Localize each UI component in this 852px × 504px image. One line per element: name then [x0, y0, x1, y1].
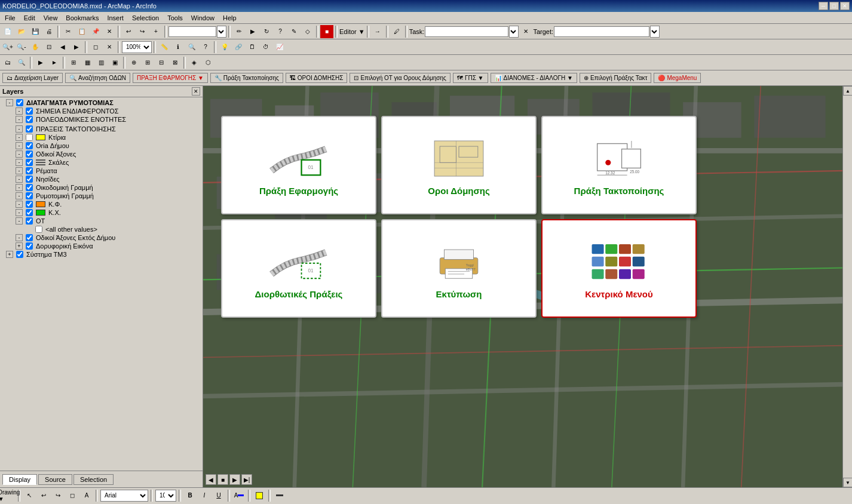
gis-megamenu[interactable]: 🔴 MegaMenu	[654, 73, 701, 83]
edit-pen[interactable]: 🖊	[390, 25, 403, 38]
layer-expand-icon[interactable]: -	[16, 116, 23, 123]
layer-expand-icon[interactable]: -	[16, 134, 23, 141]
layer-expand-icon[interactable]: -	[16, 217, 23, 225]
layer-checkbox[interactable]	[26, 125, 33, 133]
zoom-out[interactable]: 🔍-	[15, 41, 28, 54]
scroll-up[interactable]: ▲	[843, 86, 852, 96]
layer-expand-icon[interactable]: -	[16, 142, 23, 149]
layer-item[interactable]: <all other values>	[1, 225, 201, 233]
graph[interactable]: 📈	[273, 41, 286, 54]
stop-edit[interactable]: ■	[320, 25, 333, 38]
drawing-select[interactable]: ◻	[66, 489, 79, 502]
gis-praxis-takt[interactable]: 🔧 Πράξη Τακτοποίησης	[210, 73, 283, 83]
menu-insert[interactable]: Insert	[103, 13, 127, 23]
close-button[interactable]: ✕	[840, 2, 850, 10]
hyperlink[interactable]: 🔗	[232, 41, 245, 54]
layer-checkbox[interactable]	[26, 184, 33, 191]
layer-expand-icon[interactable]: -	[16, 176, 23, 183]
pan[interactable]: ✋	[29, 41, 42, 54]
scale-input[interactable]: 1:3.677	[168, 26, 216, 37]
font-size[interactable]: 10	[155, 490, 176, 502]
scroll-down[interactable]: ▼	[843, 478, 852, 487]
copy-button[interactable]: 📋	[75, 25, 88, 38]
menu-window[interactable]: Window	[188, 13, 218, 23]
layout2-icon[interactable]: ▦	[81, 56, 94, 69]
task-dropdown[interactable]	[509, 26, 519, 38]
layer-item[interactable]: -Νησίδες	[1, 175, 201, 183]
layer-expand-icon[interactable]: +	[6, 251, 13, 258]
gis-road-search[interactable]: 🔍 Αναζήτηση ΟΔΩΝ	[65, 73, 130, 83]
prev-extent[interactable]: ◀	[56, 41, 69, 54]
undo-button[interactable]: ↩	[122, 25, 135, 38]
paste-button[interactable]: 📌	[89, 25, 102, 38]
layer-mgr-icon[interactable]: 🗂	[1, 56, 14, 69]
layout-icon[interactable]: ⊞	[67, 56, 80, 69]
layer-checkbox[interactable]	[26, 167, 33, 174]
snap3-icon[interactable]: ⊟	[155, 56, 168, 69]
layer-checkbox[interactable]	[26, 159, 33, 166]
drawing-dropdown-btn[interactable]: Drawing ▼	[2, 489, 16, 502]
font-family[interactable]: Arial	[100, 490, 148, 502]
layer-checkbox[interactable]	[35, 226, 42, 233]
vertex-tool[interactable]: ◇	[301, 25, 314, 38]
html-popup[interactable]: 🗒	[246, 41, 259, 54]
layer-item[interactable]: -Οδικοί Άξονες Εκτός Δήμου	[1, 233, 201, 242]
layout4-icon[interactable]: ▣	[108, 56, 121, 69]
map-area[interactable]: 01 Πράξη Εφαρμογής	[203, 86, 852, 487]
layer-checkbox[interactable]	[26, 209, 33, 216]
layer-expand-icon[interactable]: -	[6, 99, 13, 106]
snap2-icon[interactable]: ⊞	[141, 56, 154, 69]
layer-item[interactable]: -Οδικοί Άξονες	[1, 150, 201, 158]
join-icon[interactable]: ◈	[188, 56, 201, 69]
time-slider[interactable]: ⏱	[259, 41, 272, 54]
zoom-percent[interactable]: 100%	[122, 41, 152, 53]
measure[interactable]: 📏	[158, 41, 171, 54]
full-extent[interactable]: ⊡	[42, 41, 56, 54]
layer-checkbox[interactable]	[26, 201, 33, 208]
snap-icon[interactable]: ⊕	[127, 56, 140, 69]
print-button[interactable]: 🖨	[42, 25, 56, 38]
map-scrollbar[interactable]: ▲ ▼	[842, 86, 852, 487]
select-features[interactable]: ◻	[89, 41, 102, 54]
menu-help[interactable]: Help	[219, 13, 240, 23]
gis-select-praxis[interactable]: ⊕ Επιλογή Πράξης Τακτ	[580, 73, 651, 83]
layer-checkbox[interactable]	[26, 234, 33, 241]
layer-expand-icon[interactable]: +	[16, 242, 23, 250]
layer-checkbox[interactable]	[26, 242, 33, 250]
nav-play[interactable]: ▶	[229, 474, 240, 485]
scale-dropdown[interactable]	[217, 26, 226, 38]
find[interactable]: 🔍	[185, 41, 198, 54]
layer-checkbox[interactable]	[16, 99, 23, 106]
layer-checkbox[interactable]	[26, 116, 33, 123]
card-praxis-taktop[interactable]: 12.32 25.00 Πράξη Τακτοποίησης	[541, 116, 697, 214]
gis-dianomes[interactable]: 📊 ΔΙΑΝΟΜΕΣ - ΔΙΑΛΟΓΗ ▼	[491, 73, 577, 83]
layer-item[interactable]: +Δορυφορική Εικόνα	[1, 242, 201, 250]
edit-tool[interactable]: ✏	[232, 25, 246, 38]
search-road-icon[interactable]: 🔍	[15, 56, 28, 69]
layer-item[interactable]: -Κ.Φ.	[1, 200, 201, 208]
layer-item[interactable]: -Σκάλες	[1, 158, 201, 167]
tab-display[interactable]: Display	[2, 474, 37, 485]
menu-tools[interactable]: Tools	[164, 13, 186, 23]
layer-checkbox[interactable]	[26, 150, 33, 158]
zoom-in[interactable]: 🔍+	[1, 41, 14, 54]
underline-btn[interactable]: U	[212, 489, 225, 502]
line-color-btn[interactable]	[273, 489, 286, 502]
layer-checkbox[interactable]	[26, 192, 33, 199]
layer-item[interactable]: -Οικοδομική Γραμμή	[1, 183, 201, 192]
fill-color-btn[interactable]	[253, 489, 266, 502]
delete-button[interactable]: ✕	[103, 25, 116, 38]
layer-checkbox[interactable]	[16, 251, 23, 258]
rotate-tool[interactable]: ↻	[260, 25, 273, 38]
join2-icon[interactable]: ⬡	[201, 56, 214, 69]
layer-item[interactable]: +Σύστημα ΤΜ3	[1, 250, 201, 259]
gis-gps[interactable]: 🗺 ΓΠΣ ▼	[453, 73, 488, 83]
arrow-right2-icon[interactable]: ►	[48, 56, 61, 69]
gis-select-ot[interactable]: ⊡ Επιλογή ΟΤ για Ορους Δόμησης	[350, 73, 450, 83]
minimize-button[interactable]: ─	[819, 2, 828, 10]
next-extent[interactable]: ▶	[70, 41, 83, 54]
layers-close-button[interactable]: ✕	[192, 87, 200, 96]
italic-btn[interactable]: I	[198, 489, 211, 502]
target-dropdown[interactable]	[650, 26, 660, 38]
layer-item[interactable]: -ΔΙΑΤΑΓΜΑΤΑ ΡΥΜΟΤΟΜΙΑΣ	[1, 99, 201, 107]
